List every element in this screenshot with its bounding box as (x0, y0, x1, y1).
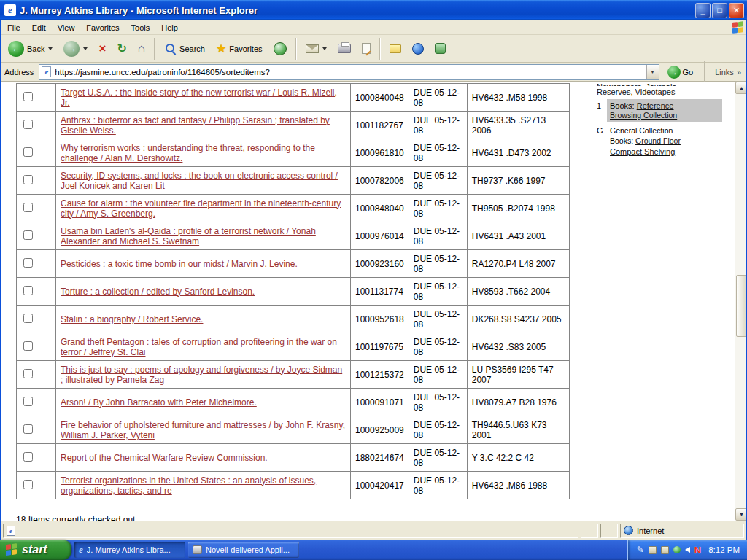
taskbar-item-novell[interactable]: Novell-delivered Appli... (188, 542, 299, 558)
item-title-link[interactable]: Anthrax : bioterror as fact and fantasy … (61, 115, 330, 136)
back-button[interactable]: ← Back (3, 36, 58, 61)
volume-icon[interactable] (685, 547, 690, 553)
reference-legend-row: 1 Books: Reference Browsing Collection (597, 99, 722, 122)
books-label: Books: (610, 136, 633, 145)
item-title-link[interactable]: Usama bin Laden's al-Qaida : profile of … (61, 226, 316, 246)
item-checkbox-cell (17, 361, 56, 389)
item-title-link[interactable]: Target U.S.A. : the inside story of the … (61, 88, 337, 108)
home-button[interactable]: ⌂ (133, 36, 150, 61)
item-barcode: 1000952618 (351, 306, 409, 333)
taskbar-item-atkins-library[interactable]: e J. Murrey Atkins Libra... (74, 542, 185, 558)
item-title-cell: Torture : a collection / edited by Sanfo… (56, 278, 351, 306)
item-title-cell: Pesticides : a toxic time bomb in our mi… (56, 250, 351, 278)
reference-link[interactable]: Reference (637, 101, 674, 110)
search-button[interactable]: Search (159, 36, 210, 61)
menu-help[interactable]: Help (155, 21, 184, 34)
item-checkbox[interactable] (23, 230, 33, 240)
item-title-link[interactable]: Arson! / By John Barracato with Peter Mi… (61, 397, 257, 408)
research-button[interactable] (430, 36, 451, 61)
status-icon[interactable] (673, 546, 681, 553)
item-checkbox[interactable] (23, 203, 33, 212)
item-checkbox[interactable] (23, 314, 33, 323)
browsing-collection-link[interactable]: Browsing Collection (610, 111, 677, 120)
item-title-link[interactable]: Grand theft Pentagon : tales of corrupti… (61, 337, 337, 357)
internet-zone-label: Internet (637, 526, 664, 535)
ground-floor-link[interactable]: Ground Floor (635, 136, 681, 145)
item-title-link[interactable]: Cause for alarm : the volunteer fire dep… (61, 198, 341, 219)
minimize-button[interactable]: _ (695, 3, 711, 18)
pen-icon[interactable]: ✎ (637, 545, 644, 554)
mail-button[interactable] (301, 36, 332, 61)
ie-task-icon: e (79, 545, 83, 555)
maximize-button[interactable]: □ (712, 3, 727, 18)
favorites-button[interactable]: ★ Favorites (211, 36, 268, 61)
item-call-number: TH9737 .K66 1997 (467, 167, 569, 195)
address-input[interactable] (53, 66, 646, 79)
item-barcode: 1000091071 (351, 389, 409, 416)
status-page-icon: e (7, 526, 15, 536)
item-checkbox[interactable] (23, 286, 33, 295)
messenger-button[interactable] (407, 36, 429, 61)
menu-tools[interactable]: Tools (125, 21, 156, 34)
menu-view[interactable]: View (52, 21, 81, 34)
address-dropdown-button[interactable]: ▼ (646, 65, 659, 79)
item-checkbox[interactable] (23, 92, 33, 101)
windows-flag-icon (6, 543, 18, 556)
general-legend-body: General Collection Books: Ground Floor C… (607, 124, 722, 158)
item-checkbox[interactable] (23, 147, 33, 157)
item-barcode: 1000782006 (351, 167, 409, 195)
item-title-link[interactable]: Stalin : a biography / Robert Service. (61, 314, 203, 324)
novell-icon[interactable]: N (694, 545, 701, 555)
back-label: Back (27, 44, 44, 53)
item-barcode: 1000840048 (351, 84, 409, 112)
discuss-button[interactable] (384, 36, 406, 61)
item-checkbox[interactable] (23, 341, 33, 351)
item-title-link[interactable]: Security, ID systems, and locks : the bo… (61, 171, 338, 191)
item-checkbox[interactable] (23, 397, 33, 406)
forward-dropdown-icon[interactable] (83, 47, 88, 50)
menu-edit[interactable]: Edit (26, 21, 52, 34)
go-button[interactable]: → Go (663, 64, 698, 80)
tablet-settings-icon[interactable] (649, 546, 657, 554)
item-checkbox[interactable] (23, 120, 33, 129)
item-title-link[interactable]: Fire behavior of upholstered furniture a… (61, 420, 345, 440)
item-title-link[interactable]: Why terrorism works : understanding the … (61, 143, 315, 163)
item-checkbox[interactable] (23, 452, 33, 462)
item-checkbox[interactable] (23, 369, 33, 378)
item-title-link[interactable]: This is just to say : poems of apology a… (61, 365, 342, 385)
edit-button[interactable] (357, 36, 376, 61)
item-checkbox[interactable] (23, 258, 33, 268)
window-frame-left (0, 20, 1, 540)
mail-dropdown-icon[interactable] (322, 47, 327, 50)
reserves-link[interactable]: Reserves (597, 88, 630, 96)
print-button[interactable] (333, 36, 356, 61)
utility-icon[interactable] (661, 546, 669, 554)
stop-button[interactable]: × (93, 36, 111, 61)
item-checkbox[interactable] (23, 480, 33, 489)
item-due-date: DUE 05-12-08 (409, 361, 467, 389)
forward-button[interactable]: → (58, 36, 93, 61)
links-bar[interactable]: Links » (712, 68, 744, 77)
item-row: Anthrax : bioterror as fact and fantasy … (17, 112, 570, 139)
item-title-link[interactable]: Report of the Chemical Warfare Review Co… (61, 453, 268, 463)
print-icon (338, 44, 351, 53)
item-checkbox[interactable] (23, 175, 33, 184)
menu-file[interactable]: File (1, 21, 26, 34)
refresh-button[interactable]: ↻ (112, 36, 131, 61)
general-marker: G (597, 124, 607, 158)
videotapes-link[interactable]: Videotapes (635, 88, 676, 96)
windows-logo-icon (732, 21, 744, 34)
item-title-link[interactable]: Terrorist organizations in the United St… (61, 475, 316, 496)
close-button[interactable]: ✕ (729, 3, 744, 18)
item-due-date: DUE 05-12-08 (409, 306, 467, 333)
discuss-icon (390, 44, 401, 53)
back-dropdown-icon[interactable] (48, 47, 53, 50)
item-title-link[interactable]: Torture : a collection / edited by Sanfo… (61, 287, 255, 297)
compact-shelving-link[interactable]: Compact Shelving (610, 147, 675, 156)
item-checkbox[interactable] (23, 424, 33, 434)
item-title-link[interactable]: Pesticides : a toxic time bomb in our mi… (61, 259, 298, 269)
menu-favorites[interactable]: Favorites (80, 21, 125, 34)
ie-logo-icon: e (4, 4, 16, 16)
history-button[interactable] (268, 36, 292, 61)
start-button[interactable]: start (0, 540, 71, 560)
